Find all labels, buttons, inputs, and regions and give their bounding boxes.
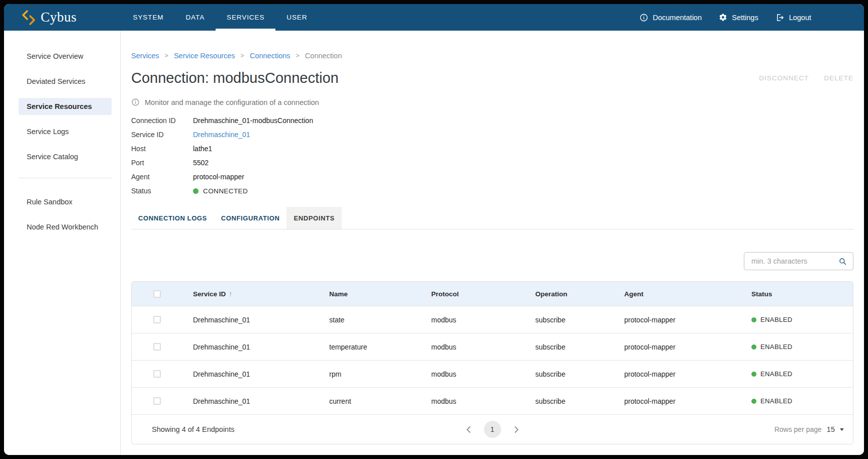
row-checkbox[interactable] [153,397,161,405]
column-status[interactable]: Status [728,290,853,298]
gear-icon [719,13,727,22]
nav-tab-services[interactable]: SERVICES [216,4,275,31]
service-id-cell: Drehmaschine_01 [170,370,306,378]
connection-details: Connection ID Drehmaschine_01-modbusConn… [131,113,853,198]
table-footer: Showing 4 of 4 Endpoints 1 Rows per page… [132,414,853,444]
row-checkbox[interactable] [153,316,161,323]
app-window: Cybus SYSTEM DATA SERVICES USER Document… [4,4,864,455]
name-cell: state [306,316,408,324]
tab-configuration[interactable]: CONFIGURATION [214,207,287,229]
column-service-id[interactable]: Service ID↑ [170,290,306,298]
sidebar-item-node-red-workbench[interactable]: Node Red Workbench [19,218,112,236]
rows-per-page-value: 15 [827,425,835,433]
detail-row-port: Port 5502 [131,156,853,170]
operation-cell: subscribe [512,397,601,405]
page-actions: DISCONNECT DELETE [759,74,853,82]
detail-label: Port [131,159,193,167]
sidebar-item-service-catalog[interactable]: Service Catalog [19,148,112,165]
column-agent[interactable]: Agent [601,290,728,298]
sort-ascending-icon[interactable]: ↑ [229,290,232,298]
detail-label: Host [131,145,193,153]
row-checkbox[interactable] [153,343,161,351]
settings-button[interactable]: Settings [719,13,758,22]
service-id-cell: Drehmaschine_01 [170,316,306,324]
service-id-cell: Drehmaschine_01 [170,343,306,351]
sidebar: Service Overview Deviated Services Servi… [4,31,121,455]
table-row-state[interactable]: Drehmaschine_01 state modbus subscribe p… [132,306,853,333]
nav-tab-user[interactable]: USER [275,4,318,31]
settings-label: Settings [732,14,758,22]
logout-label: Logout [789,14,811,22]
breadcrumb-service-resources[interactable]: Service Resources [174,52,235,60]
row-checkbox[interactable] [153,370,161,378]
delete-button[interactable]: DELETE [824,74,853,82]
breadcrumb-separator: > [241,52,244,59]
search-icon[interactable] [838,257,847,266]
column-name[interactable]: Name [306,290,408,298]
service-id-link[interactable]: Drehmaschine_01 [193,131,250,139]
page-1-button[interactable]: 1 [484,421,501,438]
sidebar-item-service-overview[interactable]: Service Overview [19,48,112,65]
detail-label: Service ID [131,131,193,139]
pagination: 1 [465,421,520,438]
cybus-logo[interactable]: Cybus [22,4,77,31]
documentation-button[interactable]: Documentation [639,13,702,22]
detail-row-status: Status CONNECTED [131,184,853,198]
breadcrumb-connections[interactable]: Connections [250,52,291,60]
rows-per-page-select[interactable]: Rows per page 15 [775,425,853,433]
status-cell: ENABLED [728,343,853,351]
breadcrumb-separator: > [296,52,300,59]
rows-per-page-label: Rows per page [775,425,822,433]
detail-label: Agent [131,173,193,181]
sidebar-item-rule-sandbox[interactable]: Rule Sandbox [19,193,112,210]
table-row-current[interactable]: Drehmaschine_01 current modbus subscribe… [132,387,853,414]
connection-id-value: Drehmaschine_01-modbusConnection [193,117,313,125]
agent-cell: protocol-mapper [601,316,728,324]
status-cell: ENABLED [728,370,853,378]
previous-page-button[interactable] [465,425,472,434]
operation-cell: subscribe [512,316,601,324]
sidebar-item-service-logs[interactable]: Service Logs [19,123,112,140]
agent-value: protocol-mapper [193,173,244,181]
status-dot-green [751,372,756,377]
logout-button[interactable]: Logout [776,13,811,22]
main-navigation: SYSTEM DATA SERVICES USER [122,4,319,31]
breadcrumb-services[interactable]: Services [131,52,159,60]
agent-cell: protocol-mapper [601,343,728,351]
sidebar-item-deviated-services[interactable]: Deviated Services [19,73,112,90]
content-tabs: CONNECTION LOGS CONFIGURATION ENDPOINTS [131,207,853,229]
tab-endpoints[interactable]: ENDPOINTS [286,207,341,229]
chevron-down-icon [840,428,844,431]
page-subtitle: Monitor and manage the configuration of … [131,98,853,106]
protocol-cell: modbus [408,397,512,405]
tab-connection-logs[interactable]: CONNECTION LOGS [131,207,214,229]
disconnect-button[interactable]: DISCONNECT [759,74,809,82]
table-row-temperature[interactable]: Drehmaschine_01 temperature modbus subsc… [132,333,853,360]
name-cell: current [306,397,408,405]
detail-row-host: Host lathe1 [131,142,853,156]
sidebar-item-service-resources[interactable]: Service Resources [19,98,112,115]
column-protocol[interactable]: Protocol [408,290,512,298]
status-dot-green [751,399,756,404]
status-cell: ENABLED [728,316,853,323]
name-cell: temperature [306,343,408,351]
column-operation[interactable]: Operation [512,290,601,298]
endpoints-table: Service ID↑ Name Protocol Operation Agen… [131,281,853,444]
nav-tab-data[interactable]: DATA [174,4,216,31]
nav-tab-system[interactable]: SYSTEM [122,4,175,31]
status-dot-green [751,317,756,322]
detail-row-connection-id: Connection ID Drehmaschine_01-modbusConn… [131,113,853,128]
results-summary: Showing 4 of 4 Endpoints [132,425,234,433]
detail-label: Connection ID [131,117,193,125]
brand-name: Cybus [41,10,77,25]
search-input[interactable] [750,257,838,266]
select-all-checkbox[interactable] [153,290,161,298]
top-navbar: Cybus SYSTEM DATA SERVICES USER Document… [4,4,864,31]
host-value: lathe1 [193,145,212,153]
port-value: 5502 [193,159,209,167]
next-page-button[interactable] [513,425,520,434]
subtitle-text: Monitor and manage the configuration of … [145,98,319,106]
table-row-rpm[interactable]: Drehmaschine_01 rpm modbus subscribe pro… [132,360,853,387]
breadcrumb-separator: > [165,52,168,59]
status-dot-green [193,188,199,194]
